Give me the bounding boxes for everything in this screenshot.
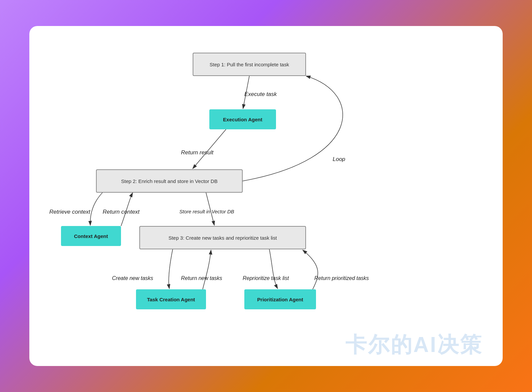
task-creation-agent-label: Task Creation Agent [147,297,195,302]
execute-task-label: Execute task [244,91,277,98]
task-creation-agent-node: Task Creation Agent [136,289,206,309]
context-agent-node: Context Agent [61,226,121,246]
step1-label: Step 1: Pull the first incomplete task [210,62,289,67]
watermark: 卡尔的AI决策 [345,330,483,359]
reprioritize-label: Reprioritize task list [243,275,289,281]
step1-node: Step 1: Pull the first incomplete task [193,53,306,76]
step3-label: Step 3: Create new tasks and reprioritiz… [168,235,277,241]
retrieve-context-label: Retrieve context [49,209,90,215]
diagram: Step 1: Pull the first incomplete task E… [29,26,503,366]
step3-node: Step 3: Create new tasks and reprioritiz… [139,226,306,249]
svg-line-2 [193,129,226,169]
connections-svg [29,26,503,366]
return-result-label: Return result [181,149,213,156]
main-card: Step 1: Pull the first incomplete task E… [29,26,503,366]
step2-node: Step 2: Enrich result and store in Vecto… [96,169,243,193]
return-new-tasks-label: Return new tasks [181,275,222,281]
execution-agent-label: Execution Agent [223,117,262,122]
store-result-label: Store result in Vector DB [179,209,234,214]
return-context-label: Return context [103,209,140,215]
execution-agent-node: Execution Agent [209,109,276,129]
prioritization-agent-label: Prioritization Agent [257,297,303,302]
step2-label: Step 2: Enrich result and store in Vecto… [121,178,217,184]
create-new-tasks-label: Create new tasks [112,275,153,281]
prioritization-agent-node: Prioritization Agent [244,289,316,309]
return-prioritized-label: Return prioritized tasks [314,275,369,281]
context-agent-label: Context Agent [74,233,108,239]
loop-label: Loop [333,156,345,163]
